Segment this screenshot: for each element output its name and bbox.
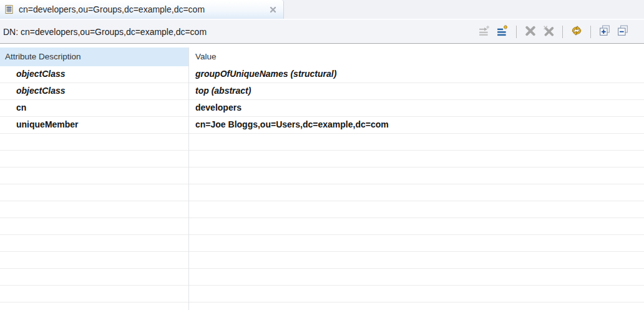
entry-editor-window: cn=developers,ou=Groups,dc=example,dc=co… — [0, 0, 644, 310]
column-resize-handle[interactable] — [188, 48, 189, 310]
table-row[interactable]: cn developers — [0, 100, 644, 117]
empty-table-row[interactable] — [0, 269, 644, 286]
empty-table-row[interactable] — [0, 151, 644, 168]
value-cell[interactable]: top (abstract) — [188, 83, 644, 99]
empty-table-row[interactable] — [0, 168, 644, 184]
toolbar-separator — [590, 26, 591, 38]
empty-table-row[interactable] — [0, 184, 644, 201]
delete-value-icon — [543, 25, 554, 38]
editor-tab-strip: cn=developers,ou=Groups,dc=example,dc=co… — [0, 0, 644, 20]
entry-editor-toolbar — [478, 26, 629, 38]
attribute-cell[interactable]: uniqueMember — [0, 117, 188, 133]
close-icon[interactable] — [269, 6, 277, 14]
value-cell[interactable]: groupOfUniqueNames (structural) — [188, 66, 644, 82]
delete-attribute-button[interactable] — [524, 26, 537, 38]
value-cell[interactable]: cn=Joe Bloggs,ou=Users,dc=example,dc=com — [188, 117, 644, 133]
empty-table-row[interactable] — [0, 218, 644, 235]
refresh-button[interactable] — [570, 26, 583, 38]
refresh-icon — [571, 25, 582, 38]
column-header-attribute-description[interactable]: Attribute Description — [0, 48, 188, 66]
empty-table-row[interactable] — [0, 286, 644, 302]
attribute-cell[interactable]: objectClass — [0, 66, 188, 82]
tab-title: cn=developers,ou=Groups,dc=example,dc=co… — [19, 4, 265, 14]
attribute-cell[interactable]: objectClass — [0, 83, 188, 99]
toolbar-separator — [516, 26, 517, 38]
attribute-table: Attribute Description Value objectClass … — [0, 44, 644, 310]
table-row[interactable]: objectClass groupOfUniqueNames (structur… — [0, 66, 644, 83]
editor-tab[interactable]: cn=developers,ou=Groups,dc=example,dc=co… — [0, 0, 284, 19]
new-value-icon — [497, 25, 508, 38]
new-attribute-button[interactable] — [478, 26, 490, 38]
collapse-all-icon — [617, 25, 628, 38]
dn-label: DN: cn=developers,ou=Groups,dc=example,d… — [3, 27, 207, 37]
empty-table-row[interactable] — [0, 134, 644, 151]
new-value-button[interactable] — [496, 26, 509, 38]
delete-attribute-icon — [525, 25, 536, 38]
table-row[interactable]: uniqueMember cn=Joe Bloggs,ou=Users,dc=e… — [0, 117, 644, 134]
entry-editor-icon — [4, 4, 14, 14]
expand-all-icon — [599, 25, 610, 38]
empty-table-row[interactable] — [0, 201, 644, 218]
new-attribute-icon — [479, 25, 490, 38]
dn-bar: DN: cn=developers,ou=Groups,dc=example,d… — [0, 20, 644, 44]
toolbar-separator — [562, 26, 563, 38]
attribute-cell[interactable]: cn — [0, 100, 188, 116]
empty-table-row[interactable] — [0, 252, 644, 269]
table-row[interactable]: objectClass top (abstract) — [0, 83, 644, 100]
column-header-value[interactable]: Value — [188, 48, 644, 66]
value-cell[interactable]: developers — [188, 100, 644, 116]
collapse-all-button[interactable] — [617, 26, 629, 38]
expand-all-button[interactable] — [598, 26, 611, 38]
empty-table-row[interactable] — [0, 235, 644, 252]
delete-value-button[interactable] — [542, 26, 555, 38]
empty-table-row[interactable] — [0, 302, 644, 310]
table-header-row: Attribute Description Value — [0, 48, 644, 66]
